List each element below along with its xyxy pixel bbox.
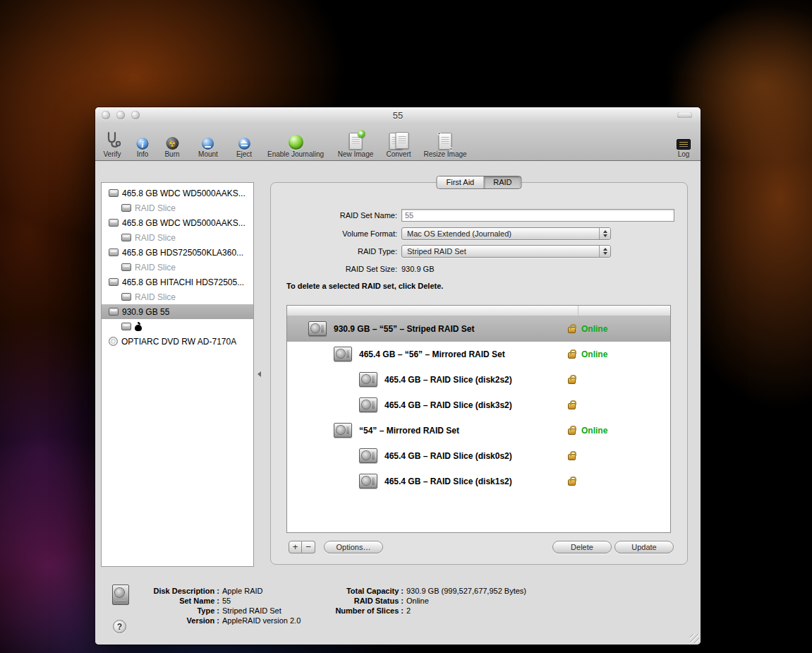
- desktop: { "window": { "title": "55" }, "toolbar"…: [0, 0, 812, 653]
- toolbar-item-resize-image[interactable]: Resize Image: [423, 129, 466, 158]
- raid-row-label: 465.4 GB – RAID Slice (disk3s2): [384, 400, 512, 410]
- sidebar-item-label: 465.8 GB WDC WD5000AAKS...: [122, 188, 246, 198]
- verify-icon: [103, 129, 121, 150]
- sidebar-item-465-8-gb-wdc-wd5000aaks[interactable]: 465.8 GB WDC WD5000AAKS...: [102, 186, 253, 200]
- toolbar-item-verify[interactable]: Verify: [103, 129, 121, 158]
- toolbar-item-info[interactable]: iInfo: [137, 129, 149, 158]
- status-badge: Online: [581, 426, 607, 436]
- sidebar-item-label: RAID Slice: [135, 263, 176, 272]
- disk-icon: [109, 308, 119, 316]
- window-title: 55: [95, 110, 701, 121]
- remove-slice-button[interactable]: −: [302, 541, 315, 553]
- raid-table-row[interactable]: 465.4 GB – RAID Slice (disk1s2): [287, 469, 670, 494]
- sidebar-item-465-8-gb-hds725050kla360[interactable]: 465.8 GB HDS725050KLA360...: [102, 245, 253, 260]
- raid-table-row[interactable]: 465.4 GB – RAID Slice (disk0s2): [287, 443, 670, 469]
- pane-splitter-handle[interactable]: [257, 371, 261, 377]
- apple-icon: [135, 323, 143, 331]
- sidebar-item-930-9-gb-55[interactable]: 930.9 GB 55: [102, 304, 253, 319]
- sidebar-item-optiarc-dvd-rw-ad-7170a[interactable]: OPTIARC DVD RW AD-7170A: [102, 334, 253, 349]
- raid-row-label: 930.9 GB – “55” – Striped RAID Set: [334, 324, 474, 334]
- sidebar-item-raid-slice[interactable]: RAID Slice: [102, 230, 253, 245]
- delete-note: To delete a selected RAID set, click Del…: [286, 282, 443, 290]
- raid-table-row[interactable]: “54” – Mirrored RAID SetOnline: [287, 418, 670, 443]
- drive-icon: [334, 423, 352, 438]
- volume-format-dropdown[interactable]: Mac OS Extended (Journaled): [401, 227, 611, 240]
- sidebar-item-raid-slice[interactable]: RAID Slice: [102, 289, 253, 304]
- drive-icon: [334, 347, 352, 361]
- options-button[interactable]: Options…: [324, 541, 383, 553]
- raid-row-label: 465.4 GB – RAID Slice (disk1s2): [384, 477, 512, 486]
- sidebar-item-label: RAID Slice: [135, 203, 176, 213]
- raid-set-name-label: RAID Set Name:: [271, 211, 397, 220]
- raid-table-row[interactable]: 465.4 GB – RAID Slice (disk2s2): [287, 367, 670, 393]
- dropdown-stepper-icon: [599, 246, 610, 257]
- toolbar-item-mount[interactable]: Mount: [198, 129, 218, 158]
- lock-icon: [568, 429, 576, 435]
- window-content: 465.8 GB WDC WD5000AAKS...RAID Slice465.…: [95, 161, 701, 645]
- raid-set-name-input[interactable]: [401, 209, 674, 222]
- raid-row-label: 465.4 GB – RAID Slice (disk2s2): [384, 375, 512, 385]
- lock-icon: [568, 327, 576, 333]
- drive-icon: [359, 372, 377, 387]
- tab-first-aid[interactable]: First Aid: [437, 176, 483, 188]
- toolbar-item-log[interactable]: Log: [677, 129, 691, 158]
- resize-grip[interactable]: [690, 634, 699, 643]
- toolbar-item-enable-journaling[interactable]: Enable Journaling: [267, 129, 324, 158]
- delete-button[interactable]: Delete: [552, 541, 612, 553]
- info-value: 930.9 GB (999,527,677,952 Bytes): [406, 586, 526, 596]
- optical-disc-icon: [109, 337, 118, 346]
- titlebar[interactable]: 55: [95, 107, 701, 123]
- toolbar-item-new-image[interactable]: +New Image: [338, 129, 374, 158]
- toolbar-item-label: Verify: [103, 150, 121, 158]
- eject-icon: [238, 129, 250, 150]
- toolbar-item-label: Convert: [386, 150, 411, 158]
- log-icon: [677, 129, 691, 150]
- info-value: 55: [222, 596, 231, 606]
- raid-table-row[interactable]: 930.9 GB – “55” – Striped RAID SetOnline: [287, 316, 670, 342]
- toolbar-item-burn[interactable]: ☢Burn: [164, 129, 179, 158]
- info-label: Total Capacity :: [307, 586, 404, 596]
- toolbar-item-label: Resize Image: [423, 150, 466, 158]
- sidebar-item-label: OPTIARC DVD RW AD-7170A: [121, 337, 236, 347]
- sidebar-item-volume[interactable]: [102, 319, 253, 334]
- info-value: Apple RAID: [222, 586, 262, 596]
- raid-row-label: “54” – Mirrored RAID Set: [359, 426, 459, 436]
- volume-format-value: Mac OS Extended (Journaled): [407, 229, 511, 238]
- disk-icon: [121, 234, 131, 241]
- raid-type-label: RAID Type:: [271, 247, 397, 256]
- sidebar-item-label: 465.8 GB WDC WD5000AAKS...: [122, 218, 246, 228]
- raid-pane: First Aid RAID RAID Set Name: Volume For…: [270, 182, 688, 565]
- tab-raid[interactable]: RAID: [483, 176, 521, 188]
- lock-icon: [568, 454, 576, 460]
- raid-table-row[interactable]: 465.4 GB – “56” – Mirrored RAID SetOnlin…: [287, 342, 670, 367]
- raid-table-header[interactable]: [287, 306, 670, 316]
- raid-row-label: 465.4 GB – RAID Slice (disk0s2): [384, 451, 512, 461]
- toolbar-toggle-capsule[interactable]: [677, 112, 692, 118]
- lock-icon: [568, 378, 576, 384]
- raid-table-row[interactable]: 465.4 GB – RAID Slice (disk3s2): [287, 393, 670, 418]
- disk-icon: [109, 189, 119, 197]
- volume-format-label: Volume Format:: [271, 229, 397, 238]
- info-label: Disk Description :: [123, 586, 219, 596]
- status-badge: Online: [581, 324, 607, 334]
- lock-icon: [568, 403, 576, 409]
- sidebar-item-raid-slice[interactable]: RAID Slice: [102, 260, 253, 275]
- sidebar-item-465-8-gb-hitachi-hds72505[interactable]: 465.8 GB HITACHI HDS72505...: [102, 275, 253, 289]
- add-slice-button[interactable]: +: [289, 541, 302, 553]
- sidebar-item-raid-slice[interactable]: RAID Slice: [102, 200, 253, 215]
- drive-icon: [308, 321, 327, 336]
- resize-image-icon: [438, 129, 452, 150]
- sidebar-item-label: 930.9 GB 55: [122, 307, 169, 317]
- raid-type-dropdown[interactable]: Striped RAID Set: [401, 245, 611, 258]
- sidebar-item-label: RAID Slice: [135, 292, 176, 302]
- update-button[interactable]: Update: [614, 541, 674, 553]
- sidebar-item-465-8-gb-wdc-wd5000aaks[interactable]: 465.8 GB WDC WD5000AAKS...: [102, 215, 253, 230]
- toolbar-item-convert[interactable]: Convert: [386, 129, 411, 158]
- info-icon: i: [137, 129, 149, 150]
- toolbar-item-label: Log: [678, 150, 690, 158]
- toolbar-item-eject[interactable]: Eject: [236, 129, 252, 158]
- info-label: Number of Slices :: [307, 606, 404, 616]
- disk-icon: [121, 323, 131, 330]
- raid-row-label: 465.4 GB – “56” – Mirrored RAID Set: [359, 349, 505, 359]
- burn-icon: ☢: [166, 129, 178, 150]
